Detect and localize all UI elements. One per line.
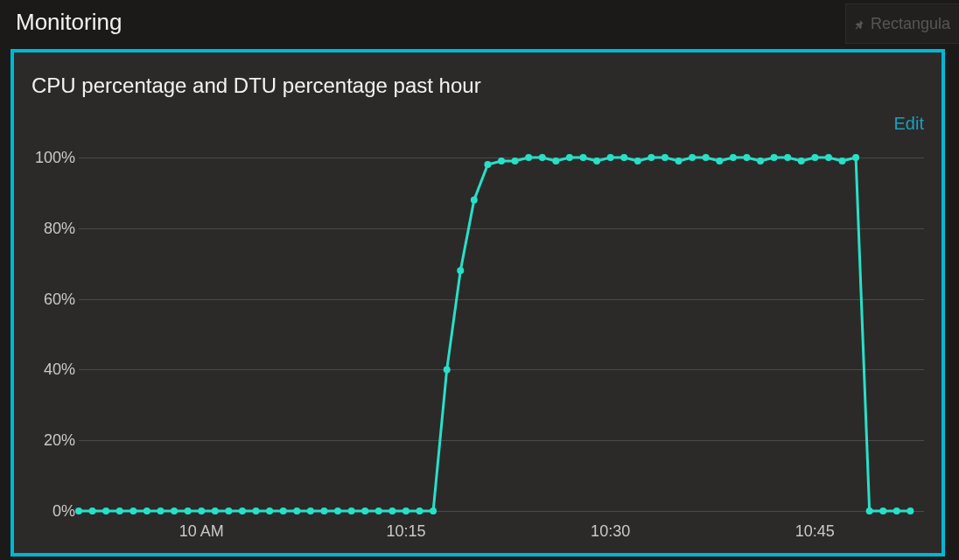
data-point	[280, 508, 287, 514]
data-point	[893, 508, 900, 514]
tile-title: CPU percentage and DTU percentage past h…	[32, 74, 924, 98]
data-point	[866, 508, 873, 514]
data-point	[689, 154, 696, 161]
data-point	[388, 508, 396, 514]
data-point	[906, 508, 914, 514]
data-point	[798, 158, 805, 164]
data-point	[157, 508, 164, 514]
data-point	[444, 366, 451, 373]
data-point	[320, 508, 327, 514]
data-point	[75, 508, 82, 514]
rectangular-snip-label: Rectangula	[871, 15, 950, 33]
data-point	[839, 158, 846, 164]
data-point	[116, 508, 123, 514]
data-point	[457, 267, 464, 274]
pin-icon	[853, 18, 865, 30]
data-point	[525, 154, 532, 161]
data-point	[293, 508, 300, 514]
data-point	[716, 158, 723, 164]
rectangular-snip-button[interactable]: Rectangula	[845, 4, 959, 44]
edit-link[interactable]: Edit	[894, 114, 924, 134]
y-tick-label: 20%	[44, 431, 75, 450]
data-point	[171, 508, 178, 514]
data-point	[662, 154, 668, 161]
data-point	[676, 158, 682, 164]
data-point	[253, 508, 260, 514]
data-point	[634, 158, 641, 164]
data-point	[198, 508, 205, 514]
data-point	[552, 158, 559, 164]
data-point	[266, 508, 273, 514]
data-point	[648, 154, 654, 161]
data-point	[416, 508, 424, 514]
data-point	[730, 154, 737, 161]
data-point	[512, 158, 519, 164]
y-tick-label: 80%	[44, 219, 75, 237]
data-point	[607, 154, 614, 161]
x-tick-label: 10 AM	[179, 522, 224, 541]
data-point	[348, 508, 355, 514]
data-point	[757, 158, 764, 164]
data-point	[130, 508, 136, 514]
data-point	[239, 508, 246, 514]
data-point	[852, 154, 859, 161]
y-tick-label: 100%	[35, 149, 75, 167]
y-tick-label: 0%	[52, 502, 75, 521]
data-point	[879, 508, 886, 514]
data-point	[811, 154, 818, 161]
x-tick-label: 10:15	[386, 522, 425, 541]
data-point	[825, 154, 832, 161]
data-point	[402, 508, 410, 514]
data-point	[89, 508, 96, 514]
data-point	[484, 161, 491, 168]
section-title: Monitoring	[16, 9, 122, 36]
data-point	[771, 154, 778, 161]
data-point	[620, 154, 627, 161]
data-point	[566, 154, 573, 161]
data-point	[212, 508, 219, 514]
data-point	[471, 196, 478, 203]
data-point	[185, 508, 192, 514]
metrics-tile[interactable]: CPU percentage and DTU percentage past h…	[10, 49, 945, 556]
data-point	[361, 508, 368, 514]
y-tick-label: 40%	[44, 360, 75, 379]
data-point	[102, 508, 109, 514]
data-point	[144, 508, 150, 514]
data-point	[784, 154, 791, 161]
y-tick-label: 60%	[44, 290, 75, 308]
x-tick-label: 10:45	[795, 522, 835, 541]
data-point	[743, 154, 750, 161]
series-line	[79, 158, 910, 511]
data-point	[307, 508, 314, 514]
data-point	[579, 154, 586, 161]
y-axis: 0%20%40%60%80%100%	[24, 158, 79, 511]
data-point	[225, 508, 232, 514]
x-tick-label: 10:30	[591, 522, 630, 541]
data-point	[593, 158, 600, 164]
data-point	[539, 154, 546, 161]
data-point	[703, 154, 710, 161]
data-point	[498, 158, 505, 164]
chart-area: 0%20%40%60%80%100% 10 AM10:1510:3010:45	[24, 158, 924, 546]
data-point	[375, 508, 382, 514]
line-series	[79, 158, 924, 511]
data-point	[334, 508, 341, 514]
data-point	[430, 508, 437, 514]
